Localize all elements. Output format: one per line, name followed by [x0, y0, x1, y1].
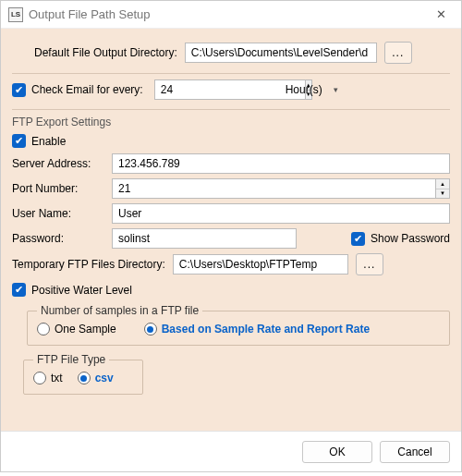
ftp-file-type-fieldset: FTP File Type txt csv	[23, 353, 143, 395]
titlebar: LS Output File Path Setup ✕	[1, 1, 461, 29]
port-number-input[interactable]	[112, 178, 435, 199]
port-spinner[interactable]: ▲ ▼	[435, 178, 450, 199]
show-password-label: Show Password	[371, 232, 450, 245]
samples-fieldset: Number of samples in a FTP file One Samp…	[27, 304, 450, 346]
samples-legend: Number of samples in a FTP file	[37, 304, 202, 317]
password-label: Password:	[12, 232, 112, 245]
ftp-enable-label: Enable	[31, 135, 66, 148]
spinner-down-icon[interactable]: ▼	[436, 189, 449, 199]
txt-label: txt	[51, 372, 63, 384]
port-number-label: Port Number:	[12, 182, 112, 195]
window-title: Output File Path Setup	[29, 7, 428, 21]
server-address-label: Server Address:	[12, 157, 112, 170]
default-dir-label: Default File Output Directory:	[34, 46, 177, 59]
separator	[12, 109, 450, 110]
cancel-button[interactable]: Cancel	[380, 441, 450, 463]
one-sample-radio[interactable]	[37, 323, 50, 336]
csv-radio[interactable]	[78, 372, 91, 384]
user-name-label: User Name:	[12, 207, 112, 220]
tmp-dir-label: Temporary FTP Files Directory:	[12, 258, 165, 271]
based-on-rate-label: Based on Sample Rate and Report Rate	[162, 323, 370, 336]
check-email-unit-value: Hour(s)	[286, 83, 322, 96]
tmp-dir-browse-button[interactable]: ...	[356, 253, 383, 275]
check-email-checkbox[interactable]: ✔	[12, 83, 26, 97]
spinner-up-icon[interactable]: ▲	[436, 179, 449, 189]
based-on-rate-radio[interactable]	[144, 323, 157, 336]
positive-water-level-label: Positive Water Level	[31, 284, 132, 297]
show-password-checkbox[interactable]: ✔	[351, 232, 365, 246]
default-dir-browse-button[interactable]: ...	[384, 42, 412, 64]
check-email-unit-select[interactable]: Hour(s) ▾	[278, 79, 346, 100]
separator	[12, 73, 450, 74]
positive-water-level-checkbox[interactable]: ✔	[12, 283, 26, 297]
dialog-footer: OK Cancel	[1, 431, 461, 471]
check-email-label: Check Email for every:	[31, 83, 143, 96]
ftp-section-title: FTP Export Settings	[12, 116, 450, 128]
password-input[interactable]	[112, 228, 297, 249]
tmp-dir-input[interactable]	[173, 254, 348, 275]
default-dir-input[interactable]	[185, 43, 377, 63]
server-address-input[interactable]	[112, 153, 450, 174]
one-sample-label: One Sample	[55, 323, 116, 336]
close-icon[interactable]: ✕	[428, 6, 454, 24]
ok-button[interactable]: OK	[302, 441, 372, 463]
ftp-file-type-legend: FTP File Type	[33, 353, 109, 366]
ftp-enable-checkbox[interactable]: ✔	[12, 134, 26, 148]
csv-label: csv	[95, 372, 114, 384]
user-name-input[interactable]	[112, 203, 450, 224]
dialog-body: Default File Output Directory: ... ✔ Che…	[1, 29, 461, 431]
app-icon: LS	[8, 7, 23, 22]
dialog-window: LS Output File Path Setup ✕ Default File…	[0, 0, 462, 472]
chevron-down-icon: ▾	[334, 85, 338, 94]
txt-radio[interactable]	[33, 372, 46, 384]
